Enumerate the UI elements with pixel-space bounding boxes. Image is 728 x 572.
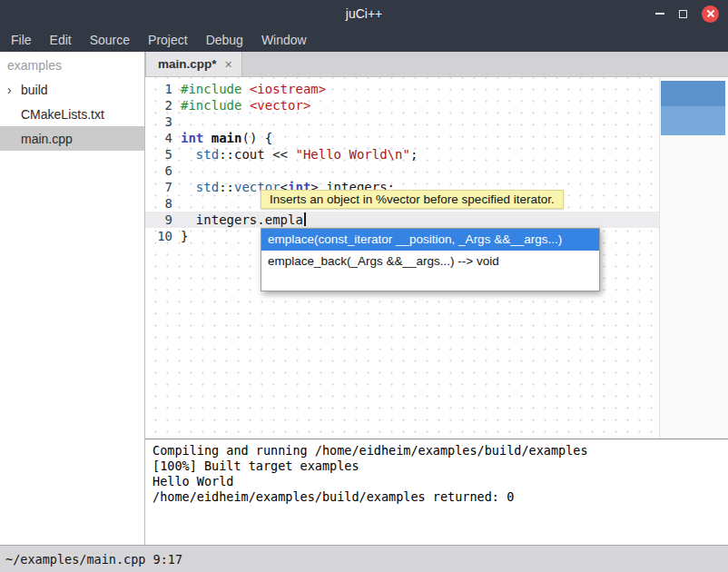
code-line[interactable]: 3 — [145, 113, 728, 130]
status-file-position: ~/examples/main.cpp 9:17 — [5, 552, 182, 567]
output-line: [100%] Built target examples — [152, 459, 721, 474]
code-text: #include <vector> — [181, 97, 310, 113]
code-token: ; — [410, 147, 418, 162]
code-token: "Hello World\n" — [295, 147, 409, 162]
code-token — [241, 82, 249, 96]
code-text: } — [181, 228, 188, 244]
output-line: Compiling and running /home/eidheim/exam… — [152, 443, 721, 459]
code-token: #include — [181, 98, 241, 113]
titlebar: juCi++ — [0, 0, 728, 27]
file-item-label: main.cpp — [21, 132, 73, 146]
minimize-button[interactable] — [655, 13, 664, 15]
build-output-panel: Compiling and running /home/eidheim/exam… — [145, 439, 728, 545]
close-icon — [702, 5, 719, 23]
completion-doc-tooltip: Inserts an object in %vector before spec… — [261, 190, 564, 209]
expander-icon[interactable]: › — [7, 83, 21, 97]
completion-item[interactable]: emplace_back(_Args &&__args...) --> void — [261, 251, 599, 272]
menu-window[interactable]: Window — [252, 29, 316, 51]
window-title: juCi++ — [0, 6, 728, 21]
tab-label: main.cpp* — [158, 57, 217, 71]
tab-main-cpp[interactable]: main.cpp* × — [145, 52, 242, 76]
file-item-label: CMakeLists.txt — [21, 107, 104, 122]
code-line[interactable]: 9 integers.empla — [145, 212, 728, 228]
code-token: <vector> — [250, 98, 310, 113]
code-text: integers.empla — [181, 212, 306, 228]
code-line[interactable]: 1#include <iostream> — [145, 81, 728, 97]
file-item-cmakelists.txt[interactable]: CMakeLists.txt — [0, 102, 144, 126]
file-item-label: build — [21, 83, 48, 97]
code-token: :: — [219, 147, 234, 162]
code-lines: 1#include <iostream>2#include <vector>34… — [145, 81, 728, 244]
project-name: examples — [0, 52, 144, 77]
code-editor[interactable]: 1#include <iostream>2#include <vector>34… — [145, 77, 728, 439]
file-explorer: examples ›buildCMakeLists.txtmain.cpp — [0, 52, 145, 545]
line-number: 6 — [145, 163, 181, 179]
code-token: integers.empla — [181, 212, 303, 227]
app-window: juCi++ FileEditSourceProjectDebugWindow … — [0, 0, 728, 572]
code-token: << — [265, 147, 296, 162]
code-token: :: — [219, 180, 234, 194]
completion-item[interactable]: emplace(const_iterator __position, _Args… — [261, 229, 599, 251]
code-token: cout — [234, 147, 265, 162]
code-text: int main() { — [181, 130, 272, 146]
file-item-main.cpp[interactable]: main.cpp — [0, 126, 144, 151]
menu-file[interactable]: File — [2, 29, 41, 51]
code-line[interactable]: 6 — [145, 163, 728, 179]
menu-edit[interactable]: Edit — [41, 29, 81, 51]
line-number: 3 — [145, 113, 181, 130]
main-pane: main.cpp* × 1#include <iostream>2#includ… — [145, 52, 728, 545]
file-item-build[interactable]: ›build — [0, 77, 144, 102]
code-token: int — [181, 131, 203, 145]
minimize-icon — [655, 13, 664, 15]
code-token — [241, 98, 249, 113]
code-line[interactable]: 4int main() { — [145, 130, 728, 146]
code-token — [203, 131, 211, 145]
menu-debug[interactable]: Debug — [197, 29, 252, 51]
code-token: } — [181, 229, 188, 243]
code-token: std — [196, 180, 219, 194]
code-token — [181, 147, 196, 162]
code-token: main — [212, 131, 242, 145]
autocomplete-popup: emplace(const_iterator __position, _Args… — [261, 228, 600, 291]
line-number: 7 — [145, 179, 181, 195]
line-number: 8 — [145, 195, 181, 212]
restore-button[interactable] — [679, 10, 687, 18]
menubar: FileEditSourceProjectDebugWindow — [0, 27, 728, 52]
close-button[interactable] — [702, 5, 719, 23]
file-tree: ›buildCMakeLists.txtmain.cpp — [0, 77, 144, 151]
line-number: 2 — [145, 97, 181, 113]
statusbar: ~/examples/main.cpp 9:17 — [0, 545, 728, 572]
code-token: <iostream> — [250, 82, 326, 96]
tab-close-icon[interactable]: × — [225, 57, 232, 72]
restore-icon — [679, 10, 687, 18]
line-number: 5 — [145, 146, 181, 163]
output-line: /home/eidheim/examples/build/examples re… — [152, 489, 721, 505]
line-number: 1 — [145, 81, 181, 97]
text-caret — [304, 212, 306, 226]
code-token: () { — [241, 131, 272, 145]
content: examples ›buildCMakeLists.txtmain.cpp ma… — [0, 52, 728, 545]
code-token: #include — [181, 82, 241, 96]
menu-project[interactable]: Project — [139, 29, 197, 51]
code-token — [181, 180, 196, 194]
code-text: #include <iostream> — [181, 81, 326, 97]
tabbar: main.cpp* × — [145, 52, 728, 77]
line-number: 4 — [145, 130, 181, 146]
code-line[interactable]: 5 std::cout << "Hello World\n"; — [145, 146, 728, 163]
menu-source[interactable]: Source — [81, 29, 139, 51]
code-line[interactable]: 2#include <vector> — [145, 97, 728, 113]
window-controls — [655, 0, 719, 27]
output-line: Hello World — [152, 474, 721, 489]
code-text: std::cout << "Hello World\n"; — [181, 146, 418, 163]
line-number: 10 — [145, 228, 181, 244]
code-token: std — [196, 147, 219, 162]
line-number: 9 — [145, 212, 181, 228]
